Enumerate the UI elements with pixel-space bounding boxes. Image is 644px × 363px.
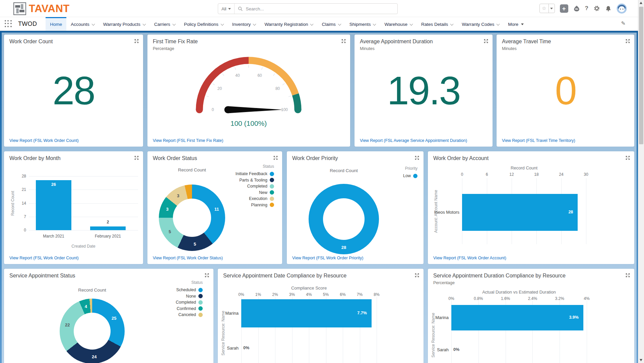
- search-input[interactable]: Search...: [246, 6, 264, 11]
- tab-warehouse[interactable]: Warehouse: [380, 17, 417, 31]
- legend-item[interactable]: Confirmed: [176, 306, 203, 312]
- expand-icon[interactable]: [273, 155, 278, 161]
- segment-value-label: 5: [169, 229, 171, 234]
- svg-text:0: 0: [212, 107, 214, 112]
- view-report-link[interactable]: View Report (FSL Work Order Status): [153, 256, 223, 260]
- legend-dot-icon: [270, 172, 274, 176]
- tab-warranty-codes[interactable]: Warranty Codes: [457, 17, 504, 31]
- bar-value-label: 0%: [243, 346, 249, 350]
- legend-dot-icon: [198, 306, 203, 311]
- tab-claims[interactable]: Claims: [317, 17, 345, 31]
- chevron-down-icon: [373, 22, 376, 25]
- search-scope-dropdown[interactable]: All: [218, 4, 235, 14]
- page-scrollbar[interactable]: [638, 0, 644, 363]
- help-icon[interactable]: ?: [585, 5, 588, 12]
- legend-item[interactable]: Planning: [236, 202, 274, 208]
- x-axis-title: Record Count: [480, 165, 568, 170]
- legend-item[interactable]: Completed: [236, 183, 274, 190]
- expand-icon[interactable]: [483, 39, 489, 44]
- segment-value-label: 28: [341, 245, 346, 250]
- view-report-link[interactable]: View Report (FSL Travel Time Territory): [502, 138, 575, 143]
- card-subtitle: Minutes: [502, 46, 517, 51]
- view-report-link[interactable]: View Report (FSL First Time Fix Rate): [153, 138, 223, 143]
- legend-item[interactable]: None: [176, 293, 203, 300]
- expand-icon[interactable]: [414, 273, 420, 278]
- notifications-bell-icon[interactable]: [605, 5, 611, 12]
- expand-icon[interactable]: [341, 39, 346, 44]
- expand-icon[interactable]: [134, 39, 139, 44]
- chart-legend: PriorityLow: [403, 166, 417, 179]
- chevron-down-icon: [91, 22, 95, 25]
- app-launcher-waffle-icon[interactable]: [5, 20, 12, 28]
- expand-icon[interactable]: [625, 155, 630, 161]
- favorites-star-icon[interactable]: ☆: [540, 5, 549, 11]
- chevron-down-icon: [253, 22, 256, 25]
- tab-label: Rates Details: [421, 22, 448, 27]
- favorites-control[interactable]: ☆: [539, 4, 555, 13]
- segment-value-label: 3: [166, 207, 169, 212]
- tab-shipments[interactable]: Shipments: [345, 17, 380, 31]
- global-search[interactable]: All Search...: [218, 3, 398, 14]
- y-tick-label: 14: [14, 201, 26, 206]
- svg-text:100 (100%): 100 (100%): [231, 119, 267, 127]
- legend-item[interactable]: Initiate Feedback: [236, 171, 274, 177]
- favorites-caret[interactable]: [549, 4, 555, 13]
- user-avatar[interactable]: [617, 3, 627, 14]
- tab-warranty-products[interactable]: Warranty Products: [99, 17, 150, 31]
- view-report-link[interactable]: View Report (FSL Work Order Count): [9, 138, 79, 143]
- legend-label: Scheduled: [176, 288, 196, 292]
- tab-warranty-registration[interactable]: Warranty Registration: [260, 17, 317, 31]
- view-report-link[interactable]: View Report (FSL Work Order Account): [433, 256, 506, 260]
- tab-label: Shipments: [349, 22, 371, 27]
- legend-item[interactable]: Execution: [236, 196, 274, 202]
- card-service-appointment-status: Service Appointment StatusRecord Count25…: [4, 269, 213, 363]
- bar-march-2021: [36, 180, 71, 230]
- x-tick-label: 24: [553, 172, 570, 177]
- chart-legend: StatusInitiate FeedbackParts & ToolingCo…: [236, 164, 274, 208]
- legend-item[interactable]: Low: [403, 173, 417, 179]
- scrollbar-thumb[interactable]: [639, 7, 643, 144]
- view-report-link[interactable]: View Report (FSL Average Service Appoint…: [360, 138, 467, 143]
- tab-rates-details[interactable]: Rates Details: [417, 17, 457, 31]
- expand-icon[interactable]: [134, 155, 139, 161]
- x-tick-label: 3.2%: [551, 296, 568, 301]
- scroll-up-arrow-icon[interactable]: [640, 2, 642, 4]
- search-input-area[interactable]: Search...: [235, 6, 397, 11]
- edit-pencil-icon[interactable]: ✎: [621, 20, 626, 27]
- tab-carriers[interactable]: Carriers: [150, 17, 180, 31]
- legend-item[interactable]: Scheduled: [176, 287, 203, 293]
- card-title: Work Order Status: [153, 155, 197, 161]
- card-title: Work Order Priority: [292, 155, 338, 161]
- tab-more[interactable]: More: [504, 17, 528, 31]
- view-report-link[interactable]: View Report (FSL Work Order Priority): [292, 256, 363, 260]
- legend-item[interactable]: Completed: [176, 299, 203, 306]
- expand-icon[interactable]: [414, 155, 420, 161]
- donut-hole: [323, 198, 365, 240]
- tab-home[interactable]: Home: [46, 17, 66, 31]
- bar-value-label: 7.7%: [241, 311, 367, 315]
- tab-policy-definitions[interactable]: Policy Definitions: [180, 17, 228, 31]
- legend-label: Low: [403, 173, 411, 178]
- tab-accounts[interactable]: Accounts: [66, 17, 99, 31]
- trailhead-icon[interactable]: [573, 5, 580, 12]
- setup-gear-icon[interactable]: [593, 5, 600, 12]
- legend-item[interactable]: New: [236, 190, 274, 196]
- global-actions-icon[interactable]: +: [560, 4, 568, 13]
- legend-item[interactable]: Canceled: [176, 312, 203, 318]
- metric-value: 19.3: [355, 55, 493, 126]
- tab-label: Warranty Registration: [264, 22, 308, 27]
- view-report-link[interactable]: View Report (FSL Work Order Count): [9, 256, 79, 260]
- segment-value-label: 4: [85, 304, 87, 309]
- scroll-down-arrow-icon[interactable]: [640, 359, 642, 361]
- dashboard: Work Order CountView Report (FSL Work Or…: [2, 33, 637, 363]
- x-tick-label: 1.6%: [497, 296, 514, 301]
- y-axis-title: Service Resource: Name: [431, 313, 436, 357]
- expand-icon[interactable]: [625, 39, 630, 44]
- expand-icon[interactable]: [204, 273, 209, 278]
- tab-inventory[interactable]: Inventory: [228, 17, 260, 31]
- legend-dot-icon: [198, 288, 203, 292]
- legend-item[interactable]: Parts & Tooling: [236, 177, 274, 184]
- card-subtitle: Percentage: [153, 46, 174, 51]
- expand-icon[interactable]: [625, 273, 630, 278]
- x-tick-label: 12: [503, 172, 520, 177]
